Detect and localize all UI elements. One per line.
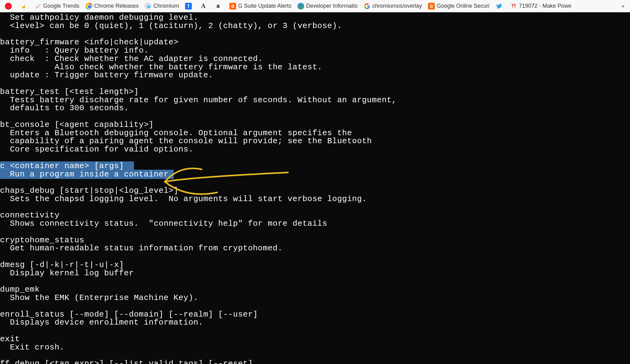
amazon-icon: a <box>215 3 221 10</box>
bookmark-label: Chrome Releases <box>94 3 139 9</box>
overflow-icon: » <box>621 3 624 9</box>
bookmark-facebook[interactable]: f <box>183 2 196 11</box>
terminal-line: defaults to 300 seconds. <box>0 103 129 113</box>
terminal-line: dump_emk <box>0 285 40 294</box>
terminal-line: Shows connectivity status. "connectivity… <box>0 219 327 228</box>
blogger-icon: B <box>428 3 435 10</box>
terminal-line: battery_test [<test length>] <box>0 87 139 96</box>
analytics-icon: ◢ <box>20 3 26 10</box>
terminal-line: exit <box>0 334 20 344</box>
blogger-icon: B <box>229 3 236 10</box>
terminal-line: capability of a pairing agent the consol… <box>0 136 372 146</box>
terminal-line: bt_console [<agent capability>] <box>0 120 154 129</box>
chromium-icon <box>145 3 151 10</box>
twitter-icon <box>496 3 503 10</box>
terminal-line: Core specification for valid options. <box>0 145 193 154</box>
crbug-icon: ⛩ <box>511 3 517 10</box>
bookmarks-bar: ◢ 📈 Google Trends Chrome Releases Chromi… <box>0 0 630 12</box>
terminal-line: Exit crosh. <box>0 343 64 352</box>
bookmark-label: Developer Informatio <box>306 3 357 9</box>
bookmark-a[interactable]: A <box>197 2 211 11</box>
terminal-line: Displays device enrollment information. <box>0 318 203 327</box>
bookmark-label: Chromium <box>153 3 179 9</box>
bookmarks-overflow-button[interactable]: » <box>618 2 628 10</box>
bookmark-crbug[interactable]: ⛩ 719072 - Make Powe <box>508 2 574 11</box>
terminal-line: Also check whether the battery firmware … <box>0 63 322 72</box>
terminal-line: ff_debug [<tag_expr>] [--list_valid_tags… <box>0 359 253 364</box>
bookmark-chrome-releases[interactable]: Chrome Releases <box>83 2 141 11</box>
bookmark-label: 719072 - Make Powe <box>519 3 571 9</box>
terminal-line-selected: Run a program inside a container <box>0 170 174 179</box>
terminal-line: <level> can be 0 (quiet), 1 (taciturn), … <box>0 21 342 30</box>
terminal-line: update : Trigger battery firmware update… <box>0 71 213 80</box>
bookmark-analytics[interactable]: ◢ <box>17 2 31 11</box>
terminal-line: info : Query battery info. <box>0 46 149 55</box>
crosh-terminal[interactable]: Set authpolicy daemon debugging level. <… <box>0 12 630 364</box>
terminal-line: battery_firmware <info|check|update> <box>0 38 179 47</box>
bookmark-label: Google Online Securi <box>437 3 489 9</box>
bookmark-twitter[interactable] <box>493 2 507 11</box>
bookmark-gsuite[interactable]: B G Suite Update Alerts <box>227 2 294 11</box>
bookmark-chromiumos[interactable]: chromiumos/overlay <box>361 2 424 11</box>
bookmark-opera[interactable] <box>2 2 16 11</box>
google-icon <box>364 3 370 10</box>
terminal-line: Display kernel log buffer <box>0 269 134 278</box>
trends-icon: 📈 <box>34 3 41 10</box>
terminal-line: Sets the chapsd logging level. No argume… <box>0 194 367 204</box>
terminal-line: Tests battery discharge rate for given n… <box>0 95 397 105</box>
terminal-line: Set authpolicy daemon debugging level. <box>0 13 198 22</box>
terminal-line: cryptohome_status <box>0 236 84 245</box>
bookmark-label: chromiumos/overlay <box>372 3 422 9</box>
dev-icon <box>297 3 304 10</box>
bookmark-onlinesec[interactable]: B Google Online Securi <box>426 2 492 11</box>
bookmark-devinfo[interactable]: Developer Informatio <box>295 2 360 11</box>
bookmark-trends[interactable]: 📈 Google Trends <box>32 2 82 11</box>
terminal-line-selected: c <container name> [args] <box>0 161 134 171</box>
bookmark-amazon[interactable]: a <box>212 2 226 11</box>
bookmark-label: G Suite Update Alerts <box>238 3 291 9</box>
opera-icon <box>5 3 12 10</box>
terminal-line: dmesg [-d|-k|-r|-t|-u|-x] <box>0 260 124 269</box>
terminal-line: Enters a Bluetooth debugging console. Op… <box>0 128 352 138</box>
bookmark-label: Google Trends <box>43 3 79 9</box>
terminal-line: enroll_status [--mode] [--domain] [--rea… <box>0 310 258 319</box>
terminal-line: Get human-readable status information fr… <box>0 244 283 253</box>
facebook-icon: f <box>185 3 192 10</box>
terminal-line: Show the EMK (Enterprise Machine Key). <box>0 293 198 302</box>
letter-a-icon: A <box>200 3 207 10</box>
bookmark-chromium[interactable]: Chromium <box>142 2 181 11</box>
chrome-icon <box>86 3 92 10</box>
terminal-line: connectivity <box>0 211 59 220</box>
terminal-line: chaps_debug [start|stop|<log_level>] <box>0 186 179 195</box>
terminal-line: check : Check whether the AC adapter is … <box>0 54 263 63</box>
